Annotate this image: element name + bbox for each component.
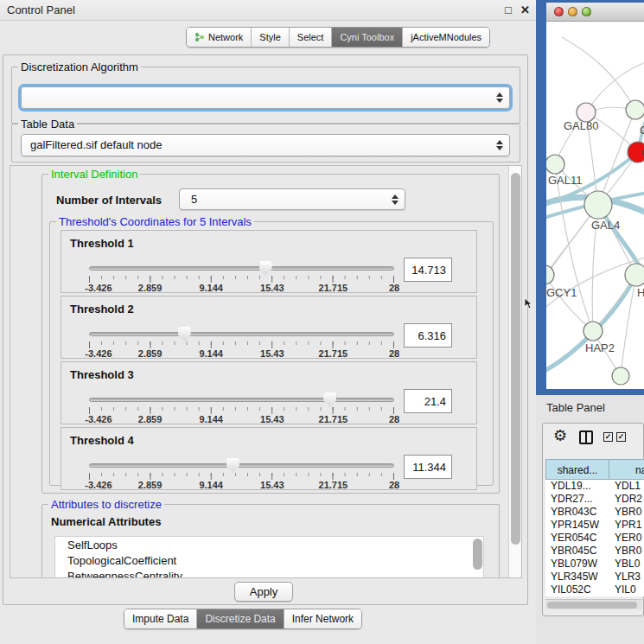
combo-arrows-icon	[496, 92, 503, 103]
numerical-attributes-list[interactable]: SelfLoops TopologicalCoefficient Between…	[54, 536, 484, 578]
slider-tick-labels: -3.426 2.859 9.144 15.43 21.715 28	[89, 348, 394, 359]
scrollbar-thumb[interactable]	[511, 173, 520, 545]
table-row[interactable]: YBR045CYBR0	[545, 545, 644, 558]
node-label-gcy1: GCY1	[546, 286, 577, 299]
table-rows: YDL19...YDL1 YDR27...YDR2 YBR043CYBR0 YP…	[545, 480, 644, 596]
combo-arrows-icon	[496, 140, 503, 150]
list-item[interactable]: TopologicalCoefficient	[55, 552, 483, 568]
checkbox-icon[interactable]: ✓	[616, 432, 626, 442]
threshold-1-label: Threshold 1	[70, 237, 134, 250]
table-row[interactable]: YDR27...YDR2	[545, 493, 644, 506]
threshold-3-slider[interactable]	[89, 398, 394, 402]
threshold-1-slider[interactable]	[89, 266, 394, 271]
table-row[interactable]: YDL19...YDL1	[545, 480, 644, 493]
threshold-4-value[interactable]: 11.344	[404, 455, 452, 479]
list-item[interactable]: BetweennessCentrality	[55, 568, 483, 578]
slider-handle[interactable]	[178, 327, 191, 341]
column-header-shared[interactable]: shared...	[545, 459, 609, 480]
numerical-attributes-label: Numerical Attributes	[51, 515, 161, 528]
table-horizontal-scrollbar[interactable]	[545, 599, 642, 609]
threshold-4-slider[interactable]	[89, 463, 394, 468]
scrollbar-thumb[interactable]	[547, 602, 637, 609]
node-gal4[interactable]	[584, 191, 612, 219]
node-hap2[interactable]	[583, 322, 603, 341]
node-label-clipped: GA	[640, 124, 644, 137]
algorithm-combobox[interactable]	[21, 86, 510, 109]
slider-tick-labels: -3.426 2.859 9.144 15.43 21.715 28	[89, 283, 394, 293]
tab-style[interactable]: Style	[252, 28, 289, 47]
number-of-intervals-label: Number of Intervals	[56, 194, 162, 207]
table-card: ⚙ ✓ ✓ shared... na YDL19...YDL1 YDR27...…	[542, 423, 644, 616]
node-h[interactable]	[625, 264, 644, 286]
table-panel: Table Panel ⚙ ✓ ✓ shared... na YDL19...Y…	[536, 395, 644, 644]
threshold-3-box: Threshold 3 -3.426 2.859 9.144 15.43 21.…	[61, 361, 477, 424]
checkbox-icon[interactable]: ✓	[603, 432, 613, 442]
slider-handle[interactable]	[323, 392, 336, 407]
gear-icon[interactable]: ⚙	[553, 428, 567, 443]
control-panel-titlebar: Control Panel □ ✕	[0, 0, 536, 21]
screen: { "window": { "title": "Control Panel", …	[0, 0, 644, 644]
table-data-title: Table Data	[18, 118, 77, 131]
close-icon[interactable]: ✕	[520, 3, 530, 16]
network-window: GAL80 GA C GAL11 GAL4 GCY1 H HAP2	[536, 0, 644, 395]
thresholds-title: Threshold's Coordinates for 5 Intervals	[56, 215, 254, 228]
node-top-right[interactable]	[626, 100, 644, 119]
node-bottom[interactable]	[612, 367, 629, 385]
panel-title: Control Panel	[7, 3, 75, 16]
float-window-icon[interactable]: □	[505, 3, 512, 16]
close-traffic-light[interactable]	[554, 7, 564, 16]
threshold-1-box: Threshold 1 -3.426 2.859 9.144 15.43 21.…	[61, 230, 477, 293]
number-of-intervals-spinner[interactable]: 5	[179, 188, 405, 210]
tab-network[interactable]: Network	[187, 28, 252, 47]
threshold-4-box: Threshold 4 -3.426 2.859 9.144 15.43 21.…	[61, 427, 477, 490]
table-data-combobox[interactable]: galFiltered.sif default node	[21, 134, 510, 156]
node-label-gal80: GAL80	[564, 119, 598, 132]
threshold-3-label: Threshold 3	[70, 368, 134, 381]
minimize-traffic-light[interactable]	[568, 7, 577, 16]
table-data-group: Table Data galFiltered.sif default node	[11, 124, 520, 163]
split-columns-icon[interactable]	[579, 430, 593, 444]
threshold-2-label: Threshold 2	[70, 303, 134, 316]
slider-handle[interactable]	[259, 261, 272, 276]
table-row[interactable]: YER054CYER0	[545, 532, 644, 545]
network-window-titlebar	[546, 3, 644, 22]
table-row[interactable]: YPR145WYPR1	[545, 519, 644, 532]
tab-discretize-data[interactable]: Discretize Data	[197, 609, 284, 628]
interval-definition-group: Interval Definition Number of Intervals …	[41, 174, 500, 494]
threshold-1-value[interactable]: 14.713	[404, 258, 452, 282]
tab-select[interactable]: Select	[290, 28, 333, 47]
column-header-name[interactable]: na	[609, 459, 644, 480]
discretization-algorithm-group: Discretization Algorithm	[11, 67, 520, 124]
bottom-tab-bar: Impute Data Discretize Data Infer Networ…	[124, 609, 362, 629]
list-scrollbar[interactable]	[473, 539, 482, 570]
node-gal11[interactable]	[546, 155, 564, 174]
threshold-3-value[interactable]: 21.4	[404, 389, 452, 413]
table-row[interactable]: YBR043CYBR0	[545, 506, 644, 519]
apply-button[interactable]: Apply	[234, 582, 293, 602]
list-item[interactable]: SelfLoops	[55, 537, 483, 552]
network-icon	[194, 32, 205, 42]
discretization-algorithm-title: Discretization Algorithm	[18, 61, 141, 73]
settings-scroll-viewport: Interval Definition Number of Intervals …	[10, 165, 522, 578]
zoom-traffic-light[interactable]	[582, 7, 591, 16]
node-label-gal4: GAL4	[591, 219, 620, 232]
node-gcy1[interactable]	[546, 265, 554, 284]
top-tab-bar: Network Style Select Cyni Toolbox jActiv…	[186, 27, 490, 48]
slider-handle[interactable]	[226, 458, 239, 473]
control-panel: Control Panel □ ✕ Network Style Select C…	[0, 0, 536, 644]
tab-cyni-toolbox[interactable]: Cyni Toolbox	[332, 28, 403, 47]
node-label-h: H	[637, 286, 644, 299]
table-row[interactable]: YLR345WYLR3	[545, 571, 644, 583]
table-row[interactable]: YIL052CYIL0	[545, 583, 644, 596]
table-header-row: shared... na	[545, 459, 644, 480]
slider-tick-labels: -3.426 2.859 9.144 15.43 21.715 28	[89, 480, 394, 490]
threshold-2-slider[interactable]	[89, 332, 394, 336]
attributes-title: Attributes to discretize	[48, 498, 164, 511]
tab-jactivemnodules[interactable]: jActiveMNodules	[403, 28, 489, 47]
tab-infer-network[interactable]: Infer Network	[284, 609, 361, 628]
network-canvas[interactable]: GAL80 GA C GAL11 GAL4 GCY1 H HAP2	[546, 22, 644, 389]
main-scrollbar[interactable]	[508, 166, 521, 577]
table-row[interactable]: YBL079WYBL0	[545, 558, 644, 571]
tab-impute-data[interactable]: Impute Data	[124, 609, 197, 628]
threshold-2-value[interactable]: 6.316	[404, 323, 452, 348]
